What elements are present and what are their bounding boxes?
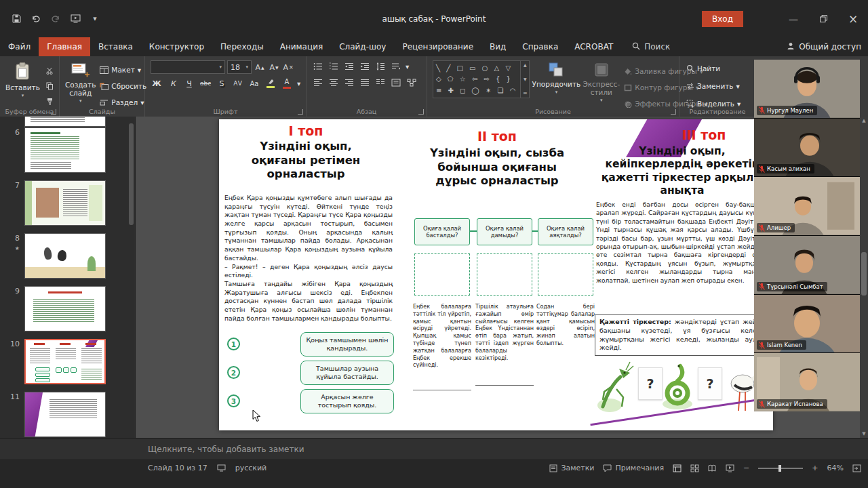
font-size-select[interactable]: 18▾ (227, 60, 252, 74)
drawing-dialog-launcher[interactable] (671, 109, 676, 115)
section-button[interactable]: Раздел▾ (100, 96, 146, 109)
notes-pane[interactable]: Щелкните, чтобы добавить заметки (0, 438, 868, 460)
zoom-slider[interactable] (758, 468, 803, 469)
slide-col2-header[interactable]: II топ (402, 129, 592, 144)
drop-placeholder-2[interactable] (477, 253, 532, 296)
tab-view[interactable]: Вид (481, 37, 514, 56)
tab-review[interactable]: Рецензирование (394, 37, 481, 56)
thumbnail-slide-8[interactable]: 8★ (0, 233, 106, 279)
scrollbar-thumb[interactable] (861, 252, 867, 296)
tab-transitions[interactable]: Переходы (212, 37, 272, 56)
participant-tile[interactable]: Нургул Маулен (754, 60, 860, 118)
flow-box-3[interactable]: Оқиға қалай аяқталды? (538, 218, 593, 245)
increase-font-size-button[interactable]: А▲ (254, 61, 266, 73)
slide-col1-header[interactable]: I топ (219, 123, 393, 138)
slide-10-editor[interactable]: I топ Үзіндіні оқып, оқиғаны ретімен орн… (219, 119, 773, 430)
participant-tile[interactable]: Islam Kenen (754, 295, 860, 353)
display-settings-icon[interactable] (217, 464, 226, 472)
align-center-button[interactable] (328, 77, 340, 89)
justify-button[interactable] (359, 77, 371, 89)
share-button[interactable]: Общий доступ (787, 37, 861, 56)
thumbnail-slide-5-partial[interactable] (0, 117, 106, 127)
view-reading-button[interactable] (708, 464, 717, 472)
drop-placeholder-3[interactable] (538, 253, 593, 296)
view-slideshow-button[interactable] (726, 464, 734, 472)
align-right-button[interactable] (343, 77, 355, 89)
thumbnail-scrollbar[interactable] (127, 117, 135, 438)
mantis-image[interactable] (596, 357, 634, 418)
text-direction-button[interactable] (390, 60, 402, 73)
signin-button[interactable]: Вход (702, 11, 743, 27)
answer-row-1[interactable]: 1 Қоңыз тамшымен шөлін қандырады. (226, 332, 394, 358)
slide-vertical-scrollbar[interactable]: ▲ ▼ (860, 117, 868, 438)
convert-smartart-button[interactable] (406, 77, 418, 89)
participant-tile[interactable]: Тұрсынәлі Сымбат (754, 236, 860, 294)
paste-button[interactable]: Вставить ▾ (5, 60, 40, 98)
language-indicator[interactable]: русский (235, 464, 267, 472)
quick-styles-button[interactable]: Экспресс-стили ▾ (583, 60, 620, 103)
flow-box-2[interactable]: Оқиға қалай дамыды? (477, 218, 532, 245)
slide-col3-header[interactable]: III топ (653, 127, 755, 142)
slide-col3-body[interactable]: Еңбек енді бағбан досы өсірген бау-бақша… (596, 201, 768, 285)
start-slideshow-button[interactable] (70, 14, 81, 24)
fragment-card-1[interactable]: Еңбек балаларға тәттілік тіл үйретіп, қа… (413, 304, 471, 390)
tab-help[interactable]: Справка (514, 37, 566, 56)
clear-formatting-button[interactable]: А× (282, 61, 294, 73)
tab-acrobat[interactable]: ACROBAT (566, 37, 621, 56)
cut-button[interactable] (44, 64, 56, 77)
slide-col1-body[interactable]: Еңбек Қара қоңызды құмтөбеге алып шығады… (224, 194, 393, 323)
select-button[interactable]: Выделить▾ (686, 97, 755, 110)
increase-indent-button[interactable] (359, 60, 371, 73)
bold-button[interactable]: Ж (151, 77, 163, 89)
search-box[interactable]: Поиск (632, 37, 670, 56)
format-painter-button[interactable] (44, 96, 56, 108)
copy-button[interactable] (44, 80, 56, 92)
shapes-gallery[interactable]: ╲ ╱ □ ▭ ○ △ ▽ ◇ ⬠ ☆ ⇦ ⇨ { } ≡ ✚ ◻ ◯ ✶ ❏ … (433, 60, 530, 98)
align-text-button[interactable] (390, 77, 402, 89)
zoom-level[interactable]: 64% (827, 464, 844, 472)
thumbnail-slide-9[interactable]: 9 (0, 286, 106, 331)
answer-box[interactable]: Тамшылар аузына құйыла бастайды. (300, 361, 394, 385)
line-spacing-button[interactable] (374, 60, 387, 73)
fragment-card-3[interactable]: Содан бері тәттіқұмар балалар қант қамыс… (536, 304, 595, 348)
numbering-button[interactable] (328, 60, 340, 73)
decrease-indent-button[interactable] (343, 60, 355, 73)
required-phrases-box[interactable]: Қажетті тіркестер: жәндіктерді ұстап жей… (595, 314, 770, 356)
highlight-color-button[interactable] (264, 77, 277, 89)
view-normal-button[interactable] (673, 464, 682, 472)
find-button[interactable]: Найти (686, 62, 755, 75)
text-shadow-button[interactable]: S (216, 77, 228, 89)
slide-col3-title[interactable]: Үзіндіні оқып, кейіпкерлердің әрекетін қ… (596, 145, 768, 198)
participant-tile[interactable]: Алишер (754, 177, 860, 235)
slide-col1-title[interactable]: Үзіндіні оқып, оқиғаны ретімен орналасты… (238, 140, 374, 182)
strikethrough-button[interactable]: abc (199, 77, 212, 89)
restore-button[interactable] (808, 0, 838, 37)
comments-toggle[interactable]: Примечания (603, 464, 664, 472)
answer-row-3[interactable]: 3 Арқасын желге тостырып қояды. (226, 389, 394, 415)
bullets-button[interactable] (312, 60, 324, 73)
layout-button[interactable]: Макет▾ (100, 63, 146, 77)
paragraph-dialog-launcher[interactable] (418, 109, 424, 115)
drop-placeholder-1[interactable] (414, 253, 470, 296)
arrange-button[interactable]: Упорядочить ▾ (534, 60, 578, 95)
zoom-out-button[interactable]: − (743, 464, 749, 472)
flow-box-1[interactable]: Оқиға қалай басталды? (414, 218, 470, 245)
notes-toggle[interactable]: Заметки (549, 464, 594, 472)
change-case-button[interactable]: Аа (248, 77, 260, 89)
slide-col2-title[interactable]: Үзіндіні оқып, сызба бойынша оқиғаны дұр… (419, 146, 575, 188)
decrease-font-size-button[interactable]: А▼ (268, 61, 280, 73)
participant-tile[interactable]: Каракат Испанова (754, 353, 860, 411)
answer-box[interactable]: Арқасын желге тостырып қояды. (300, 389, 394, 413)
thumbnail-slide-7[interactable]: 7 (0, 180, 106, 226)
close-button[interactable]: × (838, 0, 868, 37)
shapes-gallery-scroll[interactable]: ▲ ▼ ≡ (520, 61, 529, 98)
save-button[interactable] (11, 14, 22, 24)
thumbnail-slide-6[interactable]: 6 (0, 127, 106, 173)
new-slide-button[interactable]: Создать слайд ▾ (65, 60, 96, 104)
tab-design[interactable]: Конструктор (141, 37, 212, 56)
italic-button[interactable]: К (167, 77, 179, 89)
minimize-button[interactable]: — (778, 0, 808, 37)
replace-button[interactable]: Заменить▾ (686, 79, 755, 93)
question-card-1[interactable]: ? (638, 367, 663, 400)
font-color-button[interactable]: А (281, 77, 293, 89)
